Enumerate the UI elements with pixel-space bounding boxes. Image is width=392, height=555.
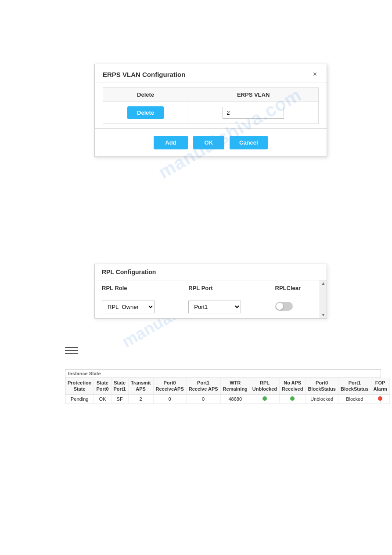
rpl-table: RPL Role RPL Port RPLClear RPL_Owner RPL… (95, 280, 320, 318)
col-delete: Delete (103, 88, 188, 102)
col-rplclear: RPLClear (268, 280, 320, 296)
rpl-table-row: RPL_Owner RPL_Neighbor None Port1 Port2 (95, 296, 320, 318)
dialog-title: ERPS VLAN Configuration (103, 71, 185, 78)
col-port0-blockstatus: Port0BlockStatus (306, 378, 338, 394)
instance-state-title: Instance State (65, 370, 381, 378)
rpl-port-cell: Port1 Port2 (181, 296, 268, 318)
cell-port0-receive-aps: 0 (153, 394, 186, 403)
dialog-footer: Add OK Cancel (95, 128, 327, 156)
dialog-table-wrap: Delete ERPS VLAN Delete (95, 83, 327, 128)
col-rpl-role: RPL Role (95, 280, 181, 296)
instance-state-container: Instance State ProtectionState StatePort… (65, 369, 381, 404)
col-state-port1: StatePort1 (111, 378, 128, 394)
erps-vlan-table: Delete ERPS VLAN Delete (103, 87, 319, 124)
cell-port1-blockstatus: Blocked (338, 394, 371, 403)
dialog-header: ERPS VLAN Configuration × (95, 64, 327, 83)
delete-cell: Delete (103, 102, 188, 124)
no-aps-received-dot (290, 396, 295, 401)
instance-state-table: ProtectionState StatePort0 StatePort1 Tr… (65, 378, 390, 404)
close-button[interactable]: × (311, 70, 319, 78)
cell-rpl-unblocked (250, 394, 279, 403)
scroll-down-icon[interactable]: ▼ (321, 313, 326, 317)
table-row: Delete (103, 102, 319, 124)
hamburger-line-2 (65, 350, 78, 351)
col-port0-receive-aps: Port0ReceiveAPS (153, 378, 186, 394)
cell-port0-blockstatus: Unblocked (306, 394, 338, 403)
col-rpl-unblocked: RPLUnblocked (250, 378, 279, 394)
rpl-role-select[interactable]: RPL_Owner RPL_Neighbor None (102, 301, 155, 313)
col-port1-blockstatus: Port1BlockStatus (338, 378, 371, 394)
ok-button[interactable]: OK (193, 136, 225, 149)
cancel-button[interactable]: Cancel (230, 136, 268, 149)
instance-table-header: ProtectionState StatePort0 StatePort1 Tr… (65, 378, 389, 394)
col-fop-alarm: FOPAlarm (371, 378, 389, 394)
rplclear-cell (268, 296, 320, 318)
cell-port1-receive-aps: 0 (186, 394, 220, 403)
col-state-port0: StatePort0 (94, 378, 111, 394)
add-button[interactable]: Add (154, 136, 187, 149)
col-protection-state: ProtectionState (65, 378, 94, 394)
col-wtr-remaining: WTRRemaining (220, 378, 250, 394)
cell-fop-alarm (371, 394, 389, 403)
cell-transmit-aps: 2 (128, 394, 153, 403)
erps-vlan-input[interactable] (223, 107, 284, 119)
rpl-role-cell: RPL_Owner RPL_Neighbor None (95, 296, 181, 318)
rpl-unblocked-dot (263, 396, 267, 401)
toggle-knob (276, 303, 283, 310)
delete-button[interactable]: Delete (127, 106, 164, 119)
col-transmit-aps: TransmitAPS (128, 378, 153, 394)
hamburger-line-3 (65, 353, 78, 354)
col-port1-receive-aps: Port1Receive APS (186, 378, 220, 394)
cell-protection-state: Pending (65, 394, 94, 403)
rpl-config-container: RPL Configuration RPL Role RPL Port RPLC… (94, 264, 327, 319)
hamburger-menu[interactable] (65, 347, 78, 354)
vlan-cell (188, 102, 319, 124)
cell-no-aps-received (280, 394, 306, 403)
rplclear-toggle[interactable] (275, 302, 293, 311)
instance-table-row: Pending OK SF 2 0 0 48680 Unblocked Bloc… (65, 394, 389, 403)
cell-state-port0: OK (94, 394, 111, 403)
rpl-port-select[interactable]: Port1 Port2 (188, 301, 241, 313)
fop-alarm-dot (378, 396, 382, 401)
cell-wtr-remaining: 48680 (220, 394, 250, 403)
col-rpl-port: RPL Port (181, 280, 268, 296)
rpl-scrollbar[interactable]: ▲ ▼ (320, 280, 327, 318)
scroll-up-icon[interactable]: ▲ (321, 281, 326, 286)
cell-state-port1: SF (111, 394, 128, 403)
col-no-aps-received: No APSReceived (280, 378, 306, 394)
hamburger-line-1 (65, 347, 78, 348)
rpl-config-title: RPL Configuration (95, 264, 327, 280)
erps-vlan-dialog: ERPS VLAN Configuration × Delete ERPS VL… (94, 64, 327, 157)
col-erps-vlan: ERPS VLAN (188, 88, 319, 102)
